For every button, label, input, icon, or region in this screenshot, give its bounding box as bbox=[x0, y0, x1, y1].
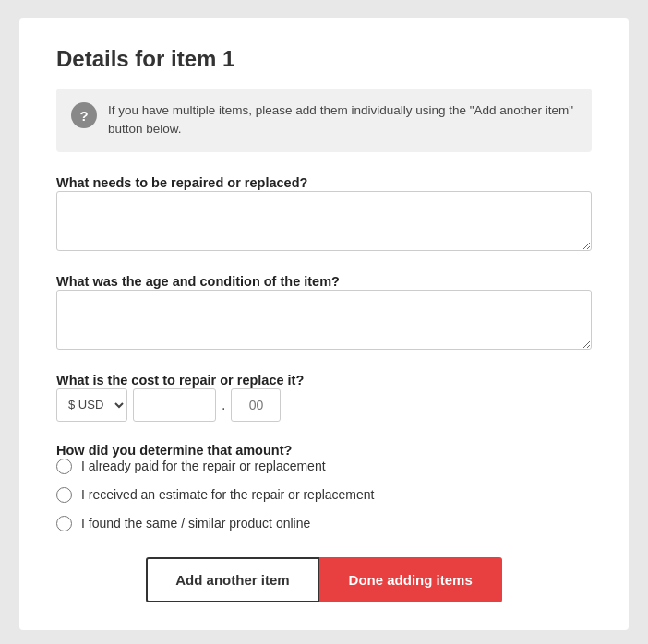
info-banner-text: If you have multiple items, please add t… bbox=[108, 101, 577, 139]
age-textarea[interactable] bbox=[56, 290, 592, 350]
cost-row: $ USD . bbox=[56, 388, 592, 422]
radio-input-estimate[interactable] bbox=[56, 487, 72, 503]
button-row: Add another item Done adding items bbox=[56, 557, 592, 602]
page-title: Details for item 1 bbox=[56, 46, 592, 72]
add-another-button[interactable]: Add another item bbox=[146, 557, 318, 602]
repair-label: What needs to be repaired or replaced? bbox=[56, 175, 307, 190]
form-container: Details for item 1 ? If you have multipl… bbox=[19, 18, 629, 630]
cost-cents-input[interactable] bbox=[231, 388, 281, 422]
determine-label: How did you determine that amount? bbox=[56, 443, 292, 458]
radio-input-paid[interactable] bbox=[56, 459, 72, 474]
decimal-separator: . bbox=[222, 397, 225, 413]
cost-dollars-input[interactable] bbox=[133, 388, 216, 422]
age-label: What was the age and condition of the it… bbox=[56, 274, 340, 289]
radio-group: I already paid for the repair or replace… bbox=[56, 459, 592, 531]
radio-item-online[interactable]: I found the same / similar product onlin… bbox=[56, 516, 592, 531]
currency-select[interactable]: $ USD bbox=[56, 388, 127, 422]
radio-item-paid[interactable]: I already paid for the repair or replace… bbox=[56, 459, 592, 474]
radio-label-paid: I already paid for the repair or replace… bbox=[81, 459, 326, 473]
radio-label-online: I found the same / similar product onlin… bbox=[81, 516, 310, 531]
repair-textarea[interactable] bbox=[56, 191, 592, 251]
info-banner: ? If you have multiple items, please add… bbox=[56, 89, 592, 152]
cost-label: What is the cost to repair or replace it… bbox=[56, 373, 304, 388]
done-adding-button[interactable]: Done adding items bbox=[319, 557, 502, 602]
radio-item-estimate[interactable]: I received an estimate for the repair or… bbox=[56, 487, 592, 503]
radio-input-online[interactable] bbox=[56, 516, 72, 531]
radio-label-estimate: I received an estimate for the repair or… bbox=[81, 487, 375, 502]
info-icon: ? bbox=[71, 102, 97, 128]
